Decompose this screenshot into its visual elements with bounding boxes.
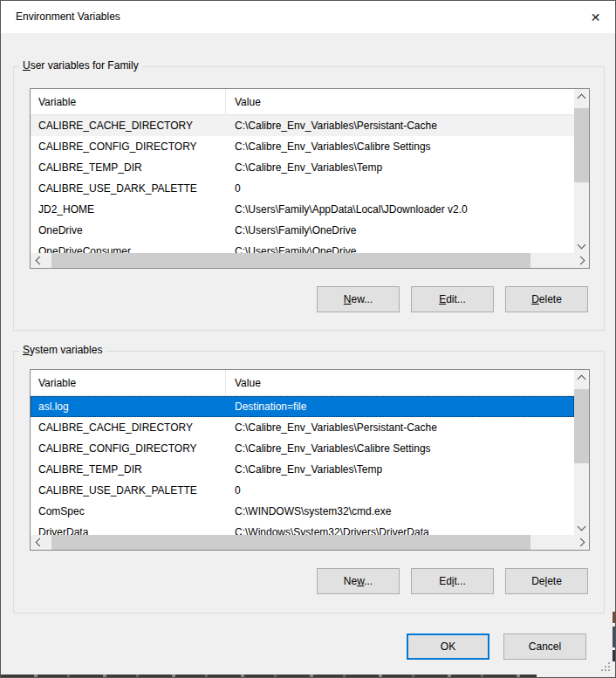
- table-row[interactable]: CALIBRE_USE_DARK_PALETTE0: [31, 178, 574, 199]
- table-row[interactable]: CALIBRE_CONFIG_DIRECTORYC:\Calibre_Env_V…: [31, 438, 574, 459]
- variable-cell: CALIBRE_CACHE_DIRECTORY: [31, 417, 226, 438]
- value-cell: Destination=file: [226, 396, 574, 417]
- scroll-left-button[interactable]: [31, 535, 45, 550]
- variable-cell: CALIBRE_USE_DARK_PALETTE: [31, 480, 226, 501]
- column-header-variable[interactable]: Variable: [31, 89, 226, 114]
- background-window-artifact: [1, 675, 537, 677]
- table-header: Variable Value: [31, 370, 574, 396]
- system-variables-table[interactable]: Variable Value asl.logDestination=fileCA…: [30, 369, 590, 551]
- chevron-up-icon: [578, 93, 586, 102]
- value-cell: C:\Users\Family\AppData\Local\JDownloade…: [226, 199, 574, 220]
- user-delete-button[interactable]: Delete: [505, 286, 588, 312]
- user-edit-button[interactable]: Edit...: [411, 286, 494, 312]
- chevron-down-icon: [578, 522, 586, 531]
- horizontal-scrollbar-thumb[interactable]: [51, 535, 530, 550]
- scroll-right-button[interactable]: [574, 253, 589, 268]
- table-row[interactable]: DriverDataC:\Windows\System32\Drivers\Dr…: [31, 522, 574, 535]
- table-row[interactable]: OneDriveC:\Users\Family\OneDrive: [31, 220, 574, 241]
- user-variables-table[interactable]: Variable Value CALIBRE_CACHE_DIRECTORYC:…: [30, 88, 590, 269]
- system-edit-button[interactable]: Edit...: [411, 568, 494, 594]
- variable-cell: CALIBRE_USE_DARK_PALETTE: [31, 178, 226, 199]
- cancel-button[interactable]: Cancel: [503, 633, 586, 660]
- variable-cell: JD2_HOME: [31, 199, 226, 220]
- value-cell: 0: [226, 178, 574, 199]
- system-delete-button[interactable]: Delete: [505, 568, 588, 594]
- vertical-scrollbar-thumb[interactable]: [574, 389, 589, 463]
- scroll-right-button[interactable]: [574, 535, 589, 550]
- value-cell: C:\Calibre_Env_Variables\Calibre Setting…: [226, 438, 574, 459]
- close-icon: ✕: [591, 10, 601, 24]
- variable-cell: OneDrive: [31, 220, 226, 241]
- environment-variables-dialog: Environment Variables ✕ User variables f…: [0, 0, 616, 678]
- scroll-down-button[interactable]: [574, 238, 589, 253]
- background-edge-artifact: [613, 612, 615, 623]
- system-new-button[interactable]: New...: [317, 568, 400, 594]
- table-row[interactable]: CALIBRE_TEMP_DIRC:\Calibre_Env_Variables…: [31, 157, 574, 178]
- variable-cell: CALIBRE_TEMP_DIR: [31, 157, 226, 178]
- background-edge-artifact: [613, 627, 615, 647]
- table-row[interactable]: CALIBRE_USE_DARK_PALETTE0: [31, 480, 574, 501]
- table-row[interactable]: ComSpecC:\WINDOWS\system32\cmd.exe: [31, 501, 574, 522]
- table-row[interactable]: CALIBRE_TEMP_DIRC:\Calibre_Env_Variables…: [31, 459, 574, 480]
- vertical-scrollbar-thumb[interactable]: [574, 108, 589, 182]
- variable-cell: OneDriveConsumer: [31, 241, 226, 253]
- value-cell: C:\Calibre_Env_Variables\Persistant-Cach…: [226, 417, 574, 438]
- chevron-right-icon: [576, 257, 585, 265]
- variable-cell: CALIBRE_CONFIG_DIRECTORY: [31, 438, 226, 459]
- ok-button[interactable]: OK: [407, 633, 489, 660]
- chevron-down-icon: [578, 240, 586, 249]
- scroll-left-button[interactable]: [31, 253, 45, 268]
- user-new-button[interactable]: New...: [317, 286, 400, 312]
- table-body: CALIBRE_CACHE_DIRECTORYC:\Calibre_Env_Va…: [31, 115, 574, 253]
- value-cell: C:\Users\Family\OneDrive: [226, 220, 574, 241]
- table-header: Variable Value: [31, 89, 574, 115]
- close-button[interactable]: ✕: [576, 1, 615, 33]
- titlebar: Environment Variables ✕: [1, 1, 615, 33]
- column-header-value[interactable]: Value: [226, 89, 574, 114]
- table-row[interactable]: CALIBRE_CACHE_DIRECTORYC:\Calibre_Env_Va…: [31, 417, 574, 438]
- variable-cell: CALIBRE_CACHE_DIRECTORY: [31, 115, 226, 136]
- value-cell: C:\Calibre_Env_Variables\Temp: [226, 157, 574, 178]
- chevron-right-icon: [576, 538, 585, 547]
- table-row[interactable]: asl.logDestination=file: [31, 396, 574, 417]
- column-header-variable[interactable]: Variable: [31, 370, 226, 395]
- table-body: asl.logDestination=fileCALIBRE_CACHE_DIR…: [31, 396, 574, 535]
- table-row[interactable]: OneDriveConsumerC:\Users\Family\OneDrive: [31, 241, 574, 253]
- background-edge-artifact: [613, 650, 615, 661]
- column-header-value[interactable]: Value: [226, 370, 574, 395]
- variable-cell: asl.log: [31, 396, 226, 417]
- variable-cell: DriverData: [31, 522, 226, 535]
- table-row[interactable]: CALIBRE_CONFIG_DIRECTORYC:\Calibre_Env_V…: [31, 136, 574, 157]
- variable-cell: CALIBRE_TEMP_DIR: [31, 459, 226, 480]
- chevron-left-icon: [35, 257, 44, 265]
- scroll-down-button[interactable]: [574, 520, 589, 535]
- scroll-up-button[interactable]: [574, 370, 589, 385]
- dialog-title: Environment Variables: [16, 10, 120, 23]
- vertical-scrollbar[interactable]: [574, 370, 589, 535]
- value-cell: 0: [226, 480, 574, 501]
- variable-cell: CALIBRE_CONFIG_DIRECTORY: [31, 136, 226, 157]
- scroll-up-button[interactable]: [574, 89, 589, 104]
- vertical-scrollbar[interactable]: [574, 89, 589, 253]
- table-row[interactable]: CALIBRE_CACHE_DIRECTORYC:\Calibre_Env_Va…: [31, 115, 574, 136]
- value-cell: C:\Calibre_Env_Variables\Calibre Setting…: [226, 136, 574, 157]
- table-row[interactable]: JD2_HOMEC:\Users\Family\AppData\Local\JD…: [31, 199, 574, 220]
- variable-cell: ComSpec: [31, 501, 226, 522]
- resize-grip-icon[interactable]: [601, 662, 611, 672]
- value-cell: C:\Calibre_Env_Variables\Persistant-Cach…: [226, 115, 574, 136]
- horizontal-scrollbar-thumb[interactable]: [51, 253, 530, 268]
- horizontal-scrollbar[interactable]: [31, 253, 589, 268]
- chevron-up-icon: [578, 374, 586, 383]
- horizontal-scrollbar[interactable]: [31, 535, 589, 550]
- chevron-left-icon: [35, 538, 44, 547]
- value-cell: C:\Windows\System32\Drivers\DriverData: [226, 522, 574, 535]
- system-variables-group-label: System variables: [19, 344, 106, 356]
- user-variables-group-label: User variables for Family: [19, 59, 142, 72]
- value-cell: C:\Users\Family\OneDrive: [226, 241, 574, 253]
- value-cell: C:\Calibre_Env_Variables\Temp: [226, 459, 574, 480]
- value-cell: C:\WINDOWS\system32\cmd.exe: [226, 501, 574, 522]
